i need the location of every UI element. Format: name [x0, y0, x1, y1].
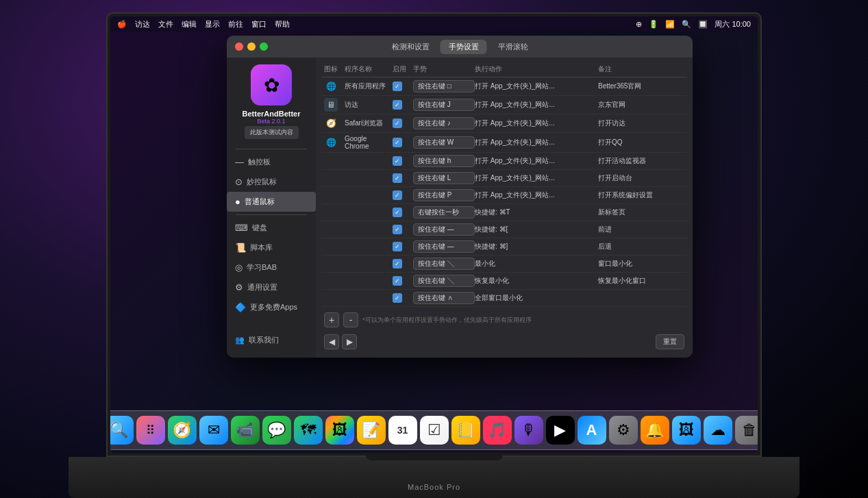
close-button[interactable] — [235, 42, 243, 51]
dock-item-preview[interactable]: 🖼 — [672, 416, 701, 445]
table-note: *可以为单个应用程序设置手势动作，优先级高于所有应用程序 — [362, 316, 684, 325]
gesture-tag: 按住右键 P — [413, 189, 475, 201]
sidebar-item-keyboard[interactable]: ⌨ 键盘 — [227, 218, 316, 238]
enable-checkbox[interactable]: ✓ — [393, 242, 402, 251]
remove-gesture-button[interactable]: - — [343, 312, 358, 327]
app-window: 检测和设置 手势设置 平滑滚轮 ✿ BetterAndBetter Beta 2… — [227, 36, 693, 358]
general-label: 通用设置 — [247, 282, 277, 292]
search-icon[interactable]: 🔍 — [682, 20, 691, 29]
sidebar-item-learn[interactable]: ◎ 学习BAB — [227, 258, 316, 277]
enable-checkbox[interactable]: ✓ — [393, 156, 402, 166]
window-tabs: 检测和设置 手势设置 平滑滚轮 — [384, 40, 536, 54]
next-button[interactable]: ▶ — [342, 334, 357, 349]
dock-item-safari[interactable]: 🧭 — [168, 416, 197, 445]
prev-button[interactable]: ◀ — [324, 334, 339, 349]
table-row: ✓ 按住右键 h 打开 App_文件(夹)_网站... 打开活动监视器 — [321, 153, 687, 170]
dock-item-maps[interactable]: 🗺 — [294, 416, 323, 445]
dock-item-stickies[interactable]: 📝 — [357, 416, 386, 445]
apple-menu[interactable]: 🍎 — [117, 20, 127, 29]
enable-checkbox[interactable]: ✓ — [393, 82, 402, 91]
more-apps-label: 更多免费Apps — [250, 302, 297, 312]
menu-view[interactable]: 显示 — [205, 19, 220, 29]
macbook-shell: 🍎 访达 文件 编辑 显示 前往 窗口 帮助 ⊕ 🔋 📶 🔍 🔲 周六 10:0… — [0, 0, 868, 498]
dock-item-calendar[interactable]: 31 — [388, 416, 417, 445]
dock-item-music[interactable]: 🎵 — [483, 416, 512, 445]
action-cell: 打开 App_文件(夹)_网站... — [475, 119, 598, 128]
action-cell: 全部窗口最小化 — [475, 293, 598, 303]
screen-content: 🍎 访达 文件 编辑 显示 前往 窗口 帮助 ⊕ 🔋 📶 🔍 🔲 周六 10:0… — [110, 16, 758, 453]
dock-item-appletv[interactable]: ▶ — [546, 416, 575, 445]
menu-bar-right: ⊕ 🔋 📶 🔍 🔲 周六 10:00 — [636, 19, 751, 29]
note-cell: 打开启动台 — [598, 173, 680, 183]
tab-scroll[interactable]: 平滑滚轮 — [490, 40, 536, 54]
dock-item-messages[interactable]: 💬 — [262, 416, 291, 445]
enable-checkbox[interactable]: ✓ — [393, 293, 402, 303]
action-cell: 打开 App_文件(夹)_网站... — [475, 190, 598, 200]
macbook-notch — [366, 455, 503, 460]
col-enabled: 启用 — [393, 64, 413, 74]
action-cell: 打开 App_文件(夹)_网站... — [475, 100, 598, 110]
menu-file[interactable]: 文件 — [158, 19, 173, 29]
dock-item-appstore[interactable]: A — [578, 416, 606, 445]
table-row: ✓ 按住右键 — 快捷键: ⌘[ 前进 — [321, 221, 687, 238]
table-bottom: + - *可以为单个应用程序设置手势动作，优先级高于所有应用程序 — [321, 308, 687, 332]
menu-edit[interactable]: 编辑 — [182, 19, 197, 29]
enable-checkbox[interactable]: ✓ — [393, 173, 402, 183]
table-row: ✓ 按住右键 P 打开 App_文件(夹)_网站... 打开系统偏好设置 — [321, 187, 687, 204]
reset-button[interactable]: 重置 — [656, 334, 684, 349]
maximize-button[interactable] — [260, 42, 268, 51]
sidebar-item-trackpad[interactable]: — 触控板 — [227, 152, 316, 172]
enable-checkbox[interactable]: ✓ — [393, 138, 402, 147]
note-cell: 窗口最小化 — [598, 259, 680, 269]
window-titlebar: 检测和设置 手势设置 平滑滚轮 — [227, 36, 693, 58]
sidebar-divider-1 — [236, 149, 307, 149]
dock-item-syspreferences[interactable]: ⚙ — [609, 416, 638, 445]
dock-item-reminders[interactable]: ☑ — [420, 416, 449, 445]
dock-item-facetime[interactable]: 📹 — [231, 416, 260, 445]
tab-gesture[interactable]: 手势设置 — [441, 40, 487, 54]
enable-checkbox[interactable]: ✓ — [393, 259, 402, 269]
minimize-button[interactable] — [247, 42, 256, 51]
menu-window[interactable]: 窗口 — [251, 19, 266, 29]
gesture-tag: 按住右键 ╲ — [413, 275, 475, 287]
sidebar-item-normal-mouse[interactable]: ● 普通鼠标 — [227, 192, 316, 212]
enable-checkbox[interactable]: ✓ — [393, 119, 402, 128]
battery-icon: 🔋 — [649, 20, 658, 29]
enable-checkbox[interactable]: ✓ — [393, 100, 402, 110]
enable-checkbox[interactable]: ✓ — [393, 276, 402, 286]
nav-buttons: ◀ ▶ — [324, 334, 357, 349]
dock-item-notes[interactable]: 📒 — [451, 416, 480, 445]
keyboard-icon: ⌨ — [235, 223, 248, 233]
dock-item-mail[interactable]: ✉ — [199, 416, 228, 445]
sidebar-item-magic-mouse[interactable]: ⊙ 妙控鼠标 — [227, 172, 316, 192]
sidebar-contact[interactable]: 👥 联系我们 — [227, 329, 316, 351]
sidebar-item-general[interactable]: ⚙ 通用设置 — [227, 277, 316, 297]
note-cell: 恢复最小化窗口 — [598, 276, 680, 286]
trial-button[interactable]: 此版本测试内容 — [245, 126, 299, 139]
note-cell: 京东官网 — [598, 100, 680, 110]
enable-checkbox[interactable]: ✓ — [393, 225, 402, 234]
menu-help[interactable]: 帮助 — [275, 19, 290, 29]
app-name: BetterAndBetter — [243, 110, 301, 118]
action-cell: 打开 App_文件(夹)_网站... — [475, 173, 598, 183]
sidebar-item-more-apps[interactable]: 🔷 更多免费Apps — [227, 297, 316, 317]
table-row: ✓ 右键按住一秒 快捷键: ⌘T 新标签页 — [321, 204, 687, 221]
gesture-tag: 按住右键 J — [413, 99, 475, 111]
enable-checkbox[interactable]: ✓ — [393, 190, 402, 200]
menu-go[interactable]: 前往 — [228, 19, 243, 29]
tab-detect[interactable]: 检测和设置 — [384, 40, 438, 54]
dock-item-launchpad[interactable]: ⠿ — [136, 416, 165, 445]
scripts-label: 脚本库 — [250, 242, 273, 253]
sidebar-item-scripts[interactable]: 📜 脚本库 — [227, 238, 316, 258]
dock-item-notif[interactable]: 🔔 — [641, 416, 669, 445]
action-cell: 恢复最小化 — [475, 276, 598, 286]
menu-finda[interactable]: 访达 — [135, 19, 150, 29]
dock-item-podcasts[interactable]: 🎙 — [514, 416, 543, 445]
add-gesture-button[interactable]: + — [324, 312, 339, 327]
enable-checkbox[interactable]: ✓ — [393, 208, 402, 217]
dock-item-trash[interactable]: 🗑 — [735, 416, 758, 445]
dock-item-photos[interactable]: 🖼 — [325, 416, 354, 445]
col-action: 执行动作 — [475, 64, 598, 74]
dock-item-finder[interactable]: 🔍 — [110, 416, 134, 445]
dock-item-icloud[interactable]: ☁ — [704, 416, 732, 445]
